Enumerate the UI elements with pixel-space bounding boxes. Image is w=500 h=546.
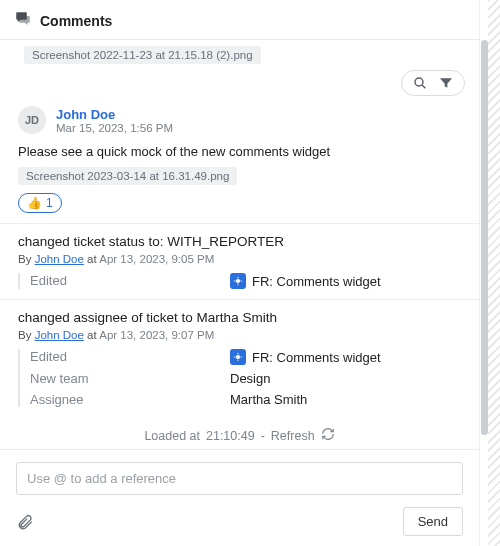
refresh-icon[interactable] xyxy=(321,427,335,444)
event: changed ticket status to: WITH_REPORTER … xyxy=(0,223,479,299)
reaction-count: 1 xyxy=(46,196,53,210)
event-subtitle: By John Doe at Apr 13, 2023, 9:05 PM xyxy=(18,253,461,265)
loaded-status: Loaded at 21:10:49 - Refresh xyxy=(0,417,479,449)
send-button[interactable]: Send xyxy=(403,507,463,536)
event-subtitle: By John Doe at Apr 13, 2023, 9:07 PM xyxy=(18,329,461,341)
avatar: JD xyxy=(18,106,46,134)
tracker-icon xyxy=(230,273,246,289)
detail-value: FR: Comments widget xyxy=(252,274,381,289)
comments-body: Screenshot 2022-11-23 at 21.15.18 (2).pn… xyxy=(0,40,479,449)
tools-row xyxy=(0,64,479,100)
comment-input[interactable] xyxy=(16,462,463,495)
event-author-link[interactable]: John Doe xyxy=(35,253,84,265)
comments-icon xyxy=(14,10,32,31)
svg-line-1 xyxy=(422,85,425,88)
event-details: Edited FR: Comments widget xyxy=(18,273,461,289)
detail-key: Assignee xyxy=(30,392,230,407)
scrollbar-thumb[interactable] xyxy=(481,40,488,435)
reaction-pill[interactable]: 👍 1 xyxy=(18,193,62,213)
detail-key: Edited xyxy=(30,349,230,365)
resize-handle[interactable] xyxy=(488,0,500,546)
comments-header: Comments xyxy=(0,0,479,40)
filter-icon[interactable] xyxy=(438,75,454,91)
event-details: Edited FR: Comments widget New team Desi… xyxy=(18,349,461,407)
comment-body: Please see a quick mock of the new comme… xyxy=(18,144,461,159)
detail-value: Design xyxy=(230,371,270,386)
detail-key: Edited xyxy=(30,273,230,289)
detail-value: FR: Comments widget xyxy=(252,350,381,365)
tools-pill xyxy=(401,70,465,96)
event-author-link[interactable]: John Doe xyxy=(35,329,84,341)
comment: JD John Doe Mar 15, 2023, 1:56 PM Please… xyxy=(0,100,479,223)
attachment-chip[interactable]: Screenshot 2023-03-14 at 16.31.49.png xyxy=(18,167,237,185)
event: changed assignee of ticket to Martha Smi… xyxy=(0,299,479,417)
detail-value: Martha Smith xyxy=(230,392,307,407)
event-title: changed assignee of ticket to Martha Smi… xyxy=(18,310,461,325)
refresh-link[interactable]: Refresh xyxy=(271,429,315,443)
search-icon[interactable] xyxy=(412,75,428,91)
attach-icon[interactable] xyxy=(16,513,34,531)
composer: Send xyxy=(0,449,479,546)
svg-point-0 xyxy=(415,78,423,86)
thumbs-up-icon: 👍 xyxy=(27,196,42,210)
comment-timestamp: Mar 15, 2023, 1:56 PM xyxy=(56,122,173,134)
panel-title: Comments xyxy=(40,13,112,29)
tracker-icon xyxy=(230,349,246,365)
detail-key: New team xyxy=(30,371,230,386)
author-link[interactable]: John Doe xyxy=(56,107,173,122)
event-title: changed ticket status to: WITH_REPORTER xyxy=(18,234,461,249)
svg-point-2 xyxy=(236,279,240,283)
attachment-chip[interactable]: Screenshot 2022-11-23 at 21.15.18 (2).pn… xyxy=(24,46,261,64)
svg-point-3 xyxy=(236,355,240,359)
